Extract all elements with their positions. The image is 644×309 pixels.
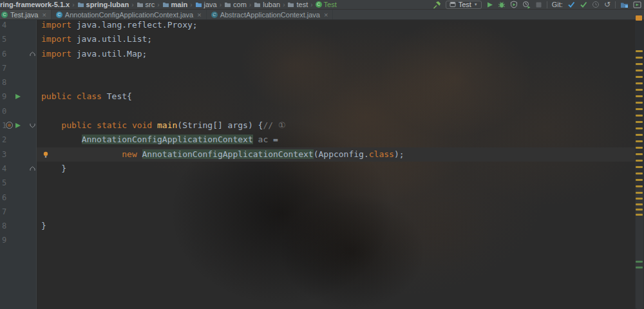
breadcrumb-item-main[interactable]: main bbox=[162, 0, 188, 10]
warning-tick[interactable] bbox=[636, 76, 643, 78]
code-token: ); bbox=[394, 149, 404, 159]
warning-tick[interactable] bbox=[636, 192, 643, 194]
warning-tick[interactable] bbox=[636, 89, 643, 91]
breadcrumb-label: luban bbox=[263, 0, 280, 10]
warning-tick[interactable] bbox=[636, 203, 643, 205]
warning-tick[interactable] bbox=[636, 140, 643, 142]
rollback-icon[interactable]: ↺ bbox=[604, 1, 611, 8]
breadcrumb-item-test[interactable]: test bbox=[287, 0, 308, 10]
close-icon[interactable]: × bbox=[324, 11, 328, 19]
warning-tick[interactable] bbox=[636, 95, 643, 97]
code-line bbox=[37, 176, 635, 190]
problems-indicator-icon[interactable] bbox=[636, 15, 642, 21]
fold-open-icon[interactable] bbox=[30, 123, 35, 128]
warning-tick[interactable] bbox=[636, 153, 643, 155]
code-line bbox=[37, 205, 635, 219]
fold-end-icon[interactable] bbox=[30, 166, 35, 171]
code-token: AnnotationConfigApplicationContext bbox=[142, 149, 314, 159]
method-marker-icon[interactable] bbox=[6, 122, 13, 129]
fold-end-icon[interactable] bbox=[30, 52, 35, 57]
code-line bbox=[37, 75, 635, 89]
info-tick[interactable] bbox=[636, 261, 643, 263]
debug-icon[interactable] bbox=[498, 1, 506, 8]
tab-label: Test.java bbox=[10, 11, 38, 19]
warning-tick[interactable] bbox=[636, 160, 643, 162]
stop-icon[interactable] bbox=[535, 1, 542, 8]
warning-tick[interactable] bbox=[636, 209, 643, 211]
warning-tick[interactable] bbox=[636, 185, 643, 187]
breadcrumb-item-src[interactable]: src bbox=[137, 0, 155, 10]
code-token: java.lang.reflect.Proxy; bbox=[71, 20, 198, 30]
gutter-line: 6 bbox=[0, 47, 36, 61]
scrollbar-thumb[interactable] bbox=[636, 187, 643, 309]
run-arrow-icon[interactable] bbox=[15, 122, 21, 129]
code-line: } bbox=[37, 162, 635, 176]
run-config-app-icon bbox=[450, 1, 456, 8]
warning-tick[interactable] bbox=[636, 134, 643, 136]
info-tick[interactable] bbox=[636, 267, 643, 268]
warning-tick[interactable] bbox=[636, 127, 643, 129]
code-line: import java.util.Map; bbox=[37, 47, 635, 61]
code-token: ac bbox=[258, 135, 269, 144]
warning-tick[interactable] bbox=[636, 108, 643, 110]
code-token: (String[] args) { bbox=[177, 120, 263, 130]
breadcrumb-item-com[interactable]: com bbox=[224, 0, 247, 10]
code-token: } bbox=[41, 221, 46, 230]
close-icon[interactable]: × bbox=[42, 11, 46, 19]
breadcrumb-separator: › bbox=[283, 1, 285, 8]
warning-tick[interactable] bbox=[636, 57, 643, 59]
tab-abstractapplicationcontext-java[interactable]: CAbstractApplicationContext.java× bbox=[207, 10, 334, 19]
warning-tick[interactable] bbox=[636, 115, 643, 117]
tab-test-java[interactable]: CTest.java× bbox=[0, 10, 52, 19]
code-area[interactable]: import java.lang.reflect.Proxy;import ja… bbox=[37, 20, 635, 309]
gutter-line: 0 bbox=[0, 104, 36, 118]
intention-bulb-icon[interactable] bbox=[43, 151, 48, 158]
warning-tick[interactable] bbox=[636, 63, 643, 65]
project-folder-icon[interactable] bbox=[620, 1, 629, 8]
breadcrumb-item-luban[interactable]: luban bbox=[254, 0, 280, 10]
warning-tick[interactable] bbox=[636, 198, 643, 200]
warning-tick[interactable] bbox=[636, 166, 643, 168]
breadcrumb-label: test bbox=[296, 0, 308, 10]
code-token: public static void bbox=[61, 120, 157, 130]
line-number: 5 bbox=[2, 178, 6, 187]
code-token bbox=[41, 135, 82, 144]
close-icon[interactable]: × bbox=[197, 11, 201, 19]
breadcrumb-separator: › bbox=[72, 1, 74, 8]
coverage-icon[interactable] bbox=[510, 1, 518, 8]
git-label: Git: bbox=[552, 1, 563, 8]
run-configuration-select[interactable]: Test ▼ bbox=[446, 1, 482, 9]
gutter-line: 5 bbox=[0, 176, 36, 190]
warning-tick[interactable] bbox=[636, 147, 643, 149]
code-line: public class Test{ bbox=[37, 89, 635, 104]
run-icon[interactable] bbox=[486, 1, 493, 8]
profiler-icon[interactable] bbox=[522, 1, 531, 9]
editor-tab-bar: CTest.java×CAnnotationConfigApplicationC… bbox=[0, 10, 644, 20]
code-token: java.util.List; bbox=[71, 34, 152, 44]
warning-tick[interactable] bbox=[636, 70, 643, 71]
tab-annotationconfigapplicationcontext-java[interactable]: CAnnotationConfigApplicationContext.java… bbox=[52, 10, 207, 19]
breadcrumb-item-test[interactable]: CTest bbox=[316, 0, 337, 10]
breadcrumb-item-spring-luban[interactable]: spring-luban bbox=[77, 0, 129, 10]
breadcrumb-item-ring-framework-5-1-x[interactable]: ring-framework-5.1.x bbox=[0, 0, 70, 10]
history-icon[interactable] bbox=[592, 1, 600, 8]
build-icon[interactable] bbox=[433, 1, 441, 9]
main-toolbar: Test ▼ Git: bbox=[433, 0, 644, 10]
breadcrumb: ring-framework-5.1.x›spring-luban›src›ma… bbox=[0, 0, 337, 10]
git-commit-icon[interactable] bbox=[580, 1, 587, 8]
git-update-icon[interactable] bbox=[567, 1, 575, 8]
warning-tick[interactable] bbox=[636, 173, 643, 174]
warning-tick[interactable] bbox=[636, 82, 643, 84]
run-window-icon[interactable] bbox=[633, 1, 641, 8]
code-line: new AnnotationConfigApplicationContext(A… bbox=[37, 147, 635, 162]
warning-tick[interactable] bbox=[636, 121, 643, 123]
warning-tick[interactable] bbox=[636, 50, 643, 52]
run-arrow-icon[interactable] bbox=[15, 93, 21, 100]
breadcrumb-item-java[interactable]: java bbox=[195, 0, 217, 10]
breadcrumb-separator: › bbox=[220, 1, 222, 8]
warning-tick[interactable] bbox=[636, 179, 643, 181]
warning-tick[interactable] bbox=[636, 214, 643, 216]
code-token: import bbox=[41, 20, 71, 30]
warning-tick[interactable] bbox=[636, 102, 643, 104]
tab-label: AnnotationConfigApplicationContext.java bbox=[65, 11, 193, 19]
